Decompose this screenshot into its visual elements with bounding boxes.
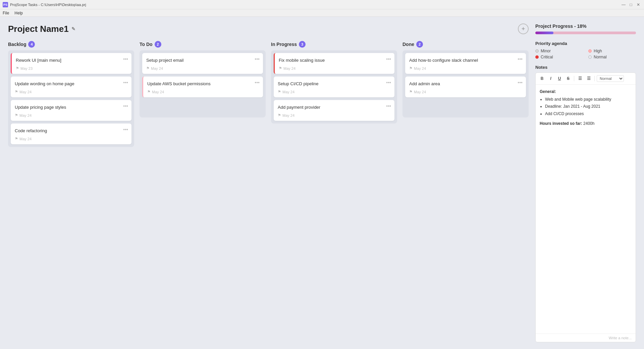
- menubar: File Help: [0, 9, 644, 17]
- column-title-backlog: Backlog: [8, 42, 26, 47]
- high-label: High: [594, 49, 602, 53]
- card-c6[interactable]: •••Update AWS bucket permissions⚑May 24: [142, 77, 263, 97]
- maximize-button[interactable]: □: [628, 2, 634, 8]
- card-title-c7: Fix mobile scaling issue: [279, 58, 390, 63]
- right-panel: Project Progress - 18% Priority agenda M…: [535, 23, 636, 342]
- ordered-list-button[interactable]: ☰: [585, 75, 592, 82]
- priority-title: Priority agenda: [535, 41, 636, 46]
- menu-help[interactable]: Help: [14, 11, 23, 15]
- column-header-inprogress: In Progress3: [271, 41, 397, 48]
- card-menu-c9[interactable]: •••: [386, 103, 391, 109]
- unordered-list-button[interactable]: ☰: [576, 75, 584, 82]
- high-dot: [588, 49, 592, 53]
- style-select[interactable]: Normal Heading 1 Heading 2: [597, 75, 624, 82]
- progress-bar-bg: [535, 32, 636, 34]
- notes-bullet-item: Add CI/CD processes: [545, 111, 632, 117]
- notes-footer[interactable]: Write a note...: [536, 334, 636, 342]
- priority-item-high: High: [588, 49, 636, 53]
- flag-icon: ⚑: [147, 90, 151, 94]
- card-menu-c1[interactable]: •••: [123, 56, 128, 62]
- edit-project-icon[interactable]: ✎: [71, 26, 75, 32]
- card-title-c5: Setup project email: [146, 58, 259, 63]
- notes-bullets: Web and Mobile web page scalabilityDeadl…: [540, 96, 632, 117]
- card-title-c1: Rework UI [main menu]: [16, 58, 127, 63]
- titlebar-controls: — □ ✕: [621, 2, 641, 8]
- app-title: ProjScope Tasks - C:\Users\HP\Desktop\aa…: [10, 3, 86, 7]
- flag-icon: ⚑: [409, 66, 413, 70]
- priority-item-minor: Minor: [535, 49, 583, 53]
- toolbar-sep-1: [574, 76, 574, 81]
- card-c2[interactable]: •••Update wording on home page⚑May 24: [11, 77, 131, 97]
- card-date-c7: ⚑May 24: [279, 66, 390, 70]
- flag-icon: ⚑: [278, 90, 281, 94]
- main-content: Project Name1 ✎ + Backlog4•••Rework UI […: [0, 17, 644, 349]
- card-title-c3: Update pricing page styles: [15, 105, 127, 110]
- card-menu-c6[interactable]: •••: [255, 80, 260, 85]
- kanban-columns: Backlog4•••Rework UI [main menu]⚑May 23•…: [8, 41, 529, 342]
- italic-button[interactable]: I: [547, 75, 554, 82]
- column-header-todo: To Do2: [140, 41, 266, 48]
- column-body-backlog: •••Rework UI [main menu]⚑May 23•••Update…: [8, 50, 134, 147]
- card-date-c2: ⚑May 24: [15, 90, 127, 94]
- card-c1[interactable]: •••Rework UI [main menu]⚑May 23: [11, 53, 131, 74]
- card-date-c6: ⚑May 24: [147, 90, 259, 94]
- project-title: Project Name1 ✎: [8, 24, 75, 34]
- flag-icon: ⚑: [15, 90, 18, 94]
- priority-grid: Minor High Critical Normal: [535, 49, 636, 59]
- notes-toolbar: B I U S ☰ ☰ Normal Heading 1 Heading 2: [536, 73, 636, 85]
- card-c9[interactable]: •••Add payment provider⚑May 24: [274, 100, 394, 121]
- flag-icon: ⚑: [16, 66, 19, 70]
- column-badge-backlog: 4: [28, 41, 35, 48]
- card-menu-c8[interactable]: •••: [386, 80, 391, 85]
- card-c4[interactable]: •••Code refactoring⚑May 24: [11, 123, 131, 144]
- strikethrough-button[interactable]: S: [565, 75, 572, 82]
- card-c8[interactable]: •••Setup CI/CD pipeline⚑May 24: [274, 77, 394, 97]
- critical-dot: [535, 55, 539, 59]
- card-menu-c5[interactable]: •••: [255, 56, 260, 62]
- normal-label: Normal: [594, 55, 607, 59]
- card-c11[interactable]: •••Add admin area⚑May 24: [405, 77, 526, 97]
- flag-icon: ⚑: [15, 137, 18, 141]
- hours-value: 2400h: [583, 121, 594, 126]
- card-c10[interactable]: •••Add how-to configure slack channel⚑Ma…: [405, 53, 526, 74]
- menu-file[interactable]: File: [3, 11, 9, 15]
- card-menu-c2[interactable]: •••: [123, 80, 128, 85]
- notes-general-label: General:: [540, 89, 632, 95]
- normal-dot: [588, 55, 592, 59]
- close-button[interactable]: ✕: [635, 2, 641, 8]
- card-title-c9: Add payment provider: [278, 105, 390, 110]
- underline-button[interactable]: U: [556, 75, 563, 82]
- card-menu-c7[interactable]: •••: [386, 56, 391, 62]
- flag-icon: ⚑: [15, 113, 18, 117]
- project-name-text: Project Name1: [8, 24, 69, 34]
- column-inprogress: In Progress3•••Fix mobile scaling issue⚑…: [271, 41, 397, 123]
- progress-title: Project Progress - 18%: [535, 23, 636, 29]
- notes-hours: Hours invested so far: 2400h: [540, 120, 632, 127]
- progress-bar-fill: [535, 32, 553, 34]
- column-body-done: •••Add how-to configure slack channel⚑Ma…: [402, 50, 529, 117]
- flag-icon: ⚑: [278, 113, 281, 117]
- bold-button[interactable]: B: [538, 75, 546, 82]
- card-date-c11: ⚑May 24: [409, 90, 522, 94]
- minimize-button[interactable]: —: [621, 2, 627, 8]
- column-backlog: Backlog4•••Rework UI [main menu]⚑May 23•…: [8, 41, 134, 147]
- priority-section: Priority agenda Minor High Critical Norm…: [535, 41, 636, 59]
- column-title-inprogress: In Progress: [271, 42, 297, 47]
- flag-icon: ⚑: [279, 66, 282, 70]
- card-c3[interactable]: •••Update pricing page styles⚑May 24: [11, 100, 131, 121]
- priority-item-critical: Critical: [535, 55, 583, 59]
- toolbar-sep-2: [594, 76, 595, 81]
- column-badge-inprogress: 3: [299, 41, 306, 48]
- card-c7[interactable]: •••Fix mobile scaling issue⚑May 24: [274, 53, 394, 74]
- column-title-done: Done: [402, 42, 414, 47]
- card-menu-c10[interactable]: •••: [518, 56, 523, 62]
- card-menu-c11[interactable]: •••: [518, 80, 523, 85]
- card-menu-c4[interactable]: •••: [123, 127, 128, 132]
- column-header-done: Done2: [402, 41, 529, 48]
- add-column-button[interactable]: +: [518, 23, 529, 34]
- card-date-c8: ⚑May 24: [278, 90, 390, 94]
- minor-label: Minor: [541, 49, 551, 53]
- card-menu-c3[interactable]: •••: [123, 103, 128, 109]
- flag-icon: ⚑: [409, 90, 413, 94]
- card-c5[interactable]: •••Setup project email⚑May 24: [142, 53, 263, 74]
